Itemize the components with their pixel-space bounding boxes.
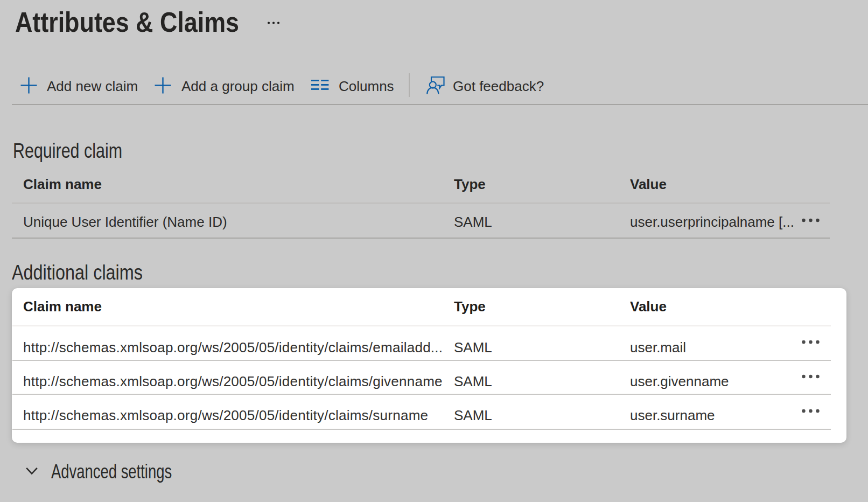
plus-icon xyxy=(155,77,171,94)
cell-value: user.mail xyxy=(630,326,686,360)
chevron-down-icon xyxy=(25,466,38,476)
toolbar-separator xyxy=(409,73,410,97)
additional-claims-table: Claim name Type Value http://schemas.xml… xyxy=(12,288,846,443)
ellipsis-horizontal-icon xyxy=(801,218,821,222)
ellipsis-horizontal-icon xyxy=(801,409,821,413)
table-row[interactable]: http://schemas.xmlsoap.org/ws/2005/05/id… xyxy=(12,394,831,429)
table-divider xyxy=(12,429,831,430)
person-feedback-icon xyxy=(426,76,445,95)
ellipsis-horizontal-icon xyxy=(801,374,821,379)
add-group-claim-label: Add a group claim xyxy=(181,78,295,95)
add-group-claim-button[interactable]: Add a group claim xyxy=(155,73,295,97)
ellipsis-horizontal-icon xyxy=(801,340,821,344)
cell-type: SAML xyxy=(454,360,492,394)
cell-value: user.givenname xyxy=(630,360,729,394)
additional-table-header: Claim name Type Value xyxy=(12,288,831,325)
table-divider xyxy=(12,238,830,239)
got-feedback-label: Got feedback? xyxy=(453,78,544,95)
plus-icon xyxy=(20,77,37,94)
cell-value: user.userprincipalname [... xyxy=(630,203,794,241)
cell-claim-name[interactable]: http://schemas.xmlsoap.org/ws/2005/05/id… xyxy=(23,360,443,394)
cell-type: SAML xyxy=(454,203,492,241)
add-new-claim-button[interactable]: Add new claim xyxy=(20,73,138,97)
blade-more-button[interactable] xyxy=(263,15,284,30)
columns-label: Columns xyxy=(339,78,394,95)
required-claim-heading: Required claim xyxy=(13,140,122,163)
column-header-value[interactable]: Value xyxy=(630,288,667,325)
required-claim-table: Claim name Type Value Unique User Identi… xyxy=(0,166,868,239)
row-more-button[interactable] xyxy=(801,374,821,379)
columns-button[interactable]: Columns xyxy=(311,73,394,97)
row-more-button[interactable] xyxy=(801,409,821,413)
table-row[interactable]: Unique User Identifier (Name ID) SAML us… xyxy=(0,203,868,239)
column-header-claim-name[interactable]: Claim name xyxy=(23,166,102,203)
page-title: Attributes & Claims xyxy=(15,6,239,39)
column-header-type[interactable]: Type xyxy=(454,288,486,325)
row-more-button[interactable] xyxy=(801,218,821,222)
table-row[interactable]: http://schemas.xmlsoap.org/ws/2005/05/id… xyxy=(12,326,831,360)
toolbar-divider xyxy=(12,104,868,105)
row-more-button[interactable] xyxy=(801,340,821,344)
columns-icon xyxy=(311,80,329,90)
ellipsis-horizontal-icon xyxy=(267,22,280,24)
column-header-type[interactable]: Type xyxy=(454,166,486,203)
cell-claim-name[interactable]: Unique User Identifier (Name ID) xyxy=(23,203,227,241)
additional-claims-heading: Additional claims xyxy=(12,262,143,284)
table-row[interactable]: http://schemas.xmlsoap.org/ws/2005/05/id… xyxy=(12,360,831,394)
column-header-value[interactable]: Value xyxy=(630,166,667,203)
cell-value: user.surname xyxy=(630,394,715,429)
cell-claim-name[interactable]: http://schemas.xmlsoap.org/ws/2005/05/id… xyxy=(23,326,443,360)
got-feedback-button[interactable]: Got feedback? xyxy=(426,73,544,97)
add-new-claim-label: Add new claim xyxy=(47,78,138,95)
advanced-settings-label: Advanced settings xyxy=(51,459,172,485)
required-table-header: Claim name Type Value xyxy=(0,166,868,203)
cell-type: SAML xyxy=(454,394,492,429)
column-header-claim-name[interactable]: Claim name xyxy=(23,288,102,325)
cell-claim-name[interactable]: http://schemas.xmlsoap.org/ws/2005/05/id… xyxy=(23,394,428,429)
cell-type: SAML xyxy=(454,326,492,360)
advanced-settings-toggle[interactable]: Advanced settings xyxy=(0,459,323,484)
